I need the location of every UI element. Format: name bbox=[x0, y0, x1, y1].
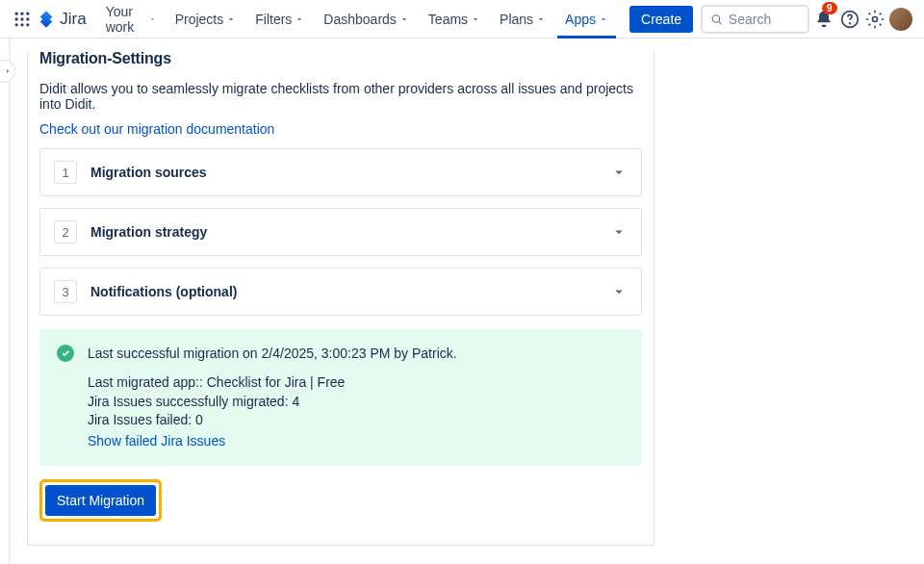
start-migration-highlight: Start Migration bbox=[39, 479, 162, 522]
step-label: Migration strategy bbox=[90, 224, 610, 240]
chevron-right-icon bbox=[3, 66, 13, 76]
svg-point-4 bbox=[20, 17, 23, 20]
svg-point-3 bbox=[15, 17, 18, 20]
status-header: Last successful migration on 2/4/2025, 3… bbox=[57, 345, 625, 362]
search-input[interactable] bbox=[729, 12, 800, 27]
search-input-wrap[interactable] bbox=[701, 5, 809, 34]
step-migration-strategy[interactable]: 2 Migration strategy bbox=[39, 208, 642, 256]
nav-apps[interactable]: Apps bbox=[557, 0, 616, 38]
svg-point-1 bbox=[20, 12, 23, 14]
show-failed-link[interactable]: Show failed Jira Issues bbox=[88, 432, 625, 451]
step-label: Migration sources bbox=[90, 165, 610, 180]
create-button[interactable]: Create bbox=[629, 6, 693, 33]
chevron-down-icon bbox=[149, 14, 156, 24]
svg-point-12 bbox=[849, 22, 850, 23]
chevron-down-icon bbox=[399, 14, 409, 24]
step-migration-sources[interactable]: 1 Migration sources bbox=[39, 148, 642, 196]
search-icon bbox=[710, 12, 723, 27]
main-content: Migration-Settings Didit allows you to s… bbox=[0, 50, 924, 546]
migration-panel: Migration-Settings Didit allows you to s… bbox=[27, 50, 654, 546]
svg-point-8 bbox=[26, 23, 29, 26]
status-line-app: Last migrated app:: Checklist for Jira |… bbox=[88, 373, 625, 393]
status-line-success: Jira Issues successfully migrated: 4 bbox=[88, 393, 625, 412]
chevron-down-icon bbox=[471, 14, 480, 24]
svg-point-0 bbox=[15, 12, 18, 14]
svg-line-10 bbox=[719, 21, 721, 23]
svg-point-7 bbox=[20, 23, 23, 26]
settings-button[interactable] bbox=[864, 4, 886, 35]
avatar-image bbox=[889, 8, 912, 31]
chevron-down-icon bbox=[226, 14, 236, 24]
chevron-down-icon bbox=[610, 223, 628, 241]
help-button[interactable] bbox=[839, 4, 860, 35]
status-title: Last successful migration on 2/4/2025, 3… bbox=[88, 346, 457, 361]
step-label: Notifications (optional) bbox=[90, 284, 610, 299]
documentation-link[interactable]: Check out our migration documentation bbox=[39, 121, 642, 137]
page-description: Didit allows you to seamlessly migrate c… bbox=[39, 81, 642, 112]
jira-logo[interactable]: Jira bbox=[37, 10, 86, 29]
status-line-failed: Jira Issues failed: 0 bbox=[88, 411, 625, 430]
svg-point-2 bbox=[26, 12, 29, 14]
step-number: 1 bbox=[54, 161, 77, 184]
svg-point-5 bbox=[26, 17, 29, 20]
success-check-icon bbox=[57, 345, 74, 362]
step-number: 2 bbox=[54, 220, 77, 244]
nav-your-work[interactable]: Your work bbox=[98, 0, 164, 38]
start-migration-button[interactable]: Start Migration bbox=[45, 485, 156, 516]
status-details: Last migrated app:: Checklist for Jira |… bbox=[88, 373, 625, 450]
svg-point-6 bbox=[15, 23, 18, 26]
notification-badge: 9 bbox=[822, 2, 837, 14]
nav-projects[interactable]: Projects bbox=[167, 0, 244, 38]
migration-status-panel: Last successful migration on 2/4/2025, 3… bbox=[39, 329, 642, 466]
help-icon bbox=[840, 10, 860, 29]
avatar[interactable] bbox=[889, 4, 912, 35]
jira-logo-text: Jira bbox=[60, 10, 86, 29]
svg-point-13 bbox=[872, 16, 877, 21]
chevron-down-icon bbox=[610, 283, 628, 300]
chevron-down-icon bbox=[610, 164, 628, 181]
step-notifications[interactable]: 3 Notifications (optional) bbox=[39, 268, 642, 316]
chevron-down-icon bbox=[536, 14, 546, 24]
chevron-down-icon bbox=[599, 14, 608, 24]
nav-plans[interactable]: Plans bbox=[492, 0, 553, 38]
nav-filters[interactable]: Filters bbox=[247, 0, 312, 38]
gear-icon bbox=[865, 10, 885, 29]
step-number: 3 bbox=[54, 280, 77, 303]
page-title: Migration-Settings bbox=[39, 50, 642, 67]
nav-dashboards[interactable]: Dashboards bbox=[316, 0, 417, 38]
nav-teams[interactable]: Teams bbox=[421, 0, 488, 38]
sidebar-rail bbox=[9, 38, 11, 564]
notifications-button[interactable]: 9 bbox=[813, 4, 834, 35]
chevron-down-icon bbox=[295, 14, 304, 24]
top-navigation: Jira Your work Projects Filters Dashboar… bbox=[0, 0, 924, 38]
svg-point-9 bbox=[712, 14, 719, 21]
app-switcher-icon[interactable] bbox=[12, 4, 33, 35]
